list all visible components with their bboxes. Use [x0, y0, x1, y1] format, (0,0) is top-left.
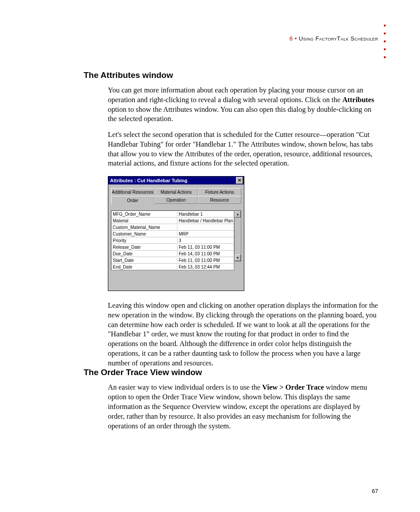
grid-label: Material — [111, 218, 177, 223]
tab-row-front: Order Operation Resource — [111, 196, 241, 205]
tab-row-back: Additional Resources Material Actions Fi… — [111, 188, 241, 195]
tab-fixture-actions[interactable]: Fixture Actions — [198, 188, 241, 195]
dot-icon — [384, 33, 386, 34]
dot-icon — [384, 56, 386, 58]
grid-row[interactable]: Priority3 — [111, 237, 234, 244]
header-separator: • — [293, 35, 298, 42]
grid-label: Customer_Name — [111, 232, 177, 236]
dot-icon — [384, 41, 386, 42]
scroll-up-button[interactable]: ▴ — [235, 211, 241, 217]
grid-value[interactable]: Feb 11, 03 11:00 PM — [177, 258, 234, 263]
content-area: The Attributes window You can get more i… — [84, 70, 379, 431]
grid-label: Release_Date — [111, 245, 177, 250]
grid-label: Due_Date — [111, 251, 177, 256]
grid-value[interactable]: Handlebar 1 — [177, 212, 234, 217]
paragraph: Let's select the second operation that i… — [108, 130, 379, 168]
grid-row[interactable]: Due_DateFeb 14, 03 11:00 PM — [111, 250, 234, 257]
tab-resource[interactable]: Resource — [198, 196, 241, 204]
grid-row[interactable]: Start_DateFeb 11, 03 11:00 PM — [111, 257, 234, 264]
grid-row[interactable]: MaterialHandlebar / Handlebar Plan — [111, 217, 234, 224]
dialog-title: Attributes : Cut Handlebar Tubing — [110, 178, 188, 183]
tab-order[interactable]: Order — [111, 196, 155, 205]
tab-material-actions[interactable]: Material Actions — [155, 188, 198, 195]
dialog-titlebar[interactable]: Attributes : Cut Handlebar Tubing ✕ — [108, 177, 244, 184]
grid-label: End_Date — [111, 265, 177, 269]
grid-value[interactable]: 3 — [177, 238, 234, 243]
grid-row[interactable]: Custom_Material_Name — [111, 224, 234, 231]
grid-label: Start_Date — [111, 258, 177, 263]
scroll-down-button[interactable]: ▾ — [235, 254, 241, 261]
tab-strip: Additional Resources Material Actions Fi… — [111, 188, 241, 204]
tab-additional-resources[interactable]: Additional Resources — [111, 188, 155, 195]
grid-value[interactable]: Feb 14, 03 11:00 PM — [177, 251, 234, 256]
grid-label: MFG_Order_Name — [111, 212, 177, 217]
paragraph: Leaving this window open and clicking on… — [108, 301, 379, 368]
chapter-title: Using FactoryTalk Scheduler — [299, 35, 378, 42]
body-text: An easier way to view individual orders … — [108, 383, 379, 431]
dialog-body: Additional Resources Material Actions Fi… — [108, 184, 244, 291]
dot-icon — [384, 48, 386, 50]
dialog-padding — [111, 270, 241, 288]
paragraph: You can get more information about each … — [108, 85, 379, 124]
running-header: 6 • Using FactoryTalk Scheduler — [290, 35, 378, 42]
grid-row[interactable]: Release_DateFeb 11, 03 11:00 PM — [111, 244, 234, 250]
tab-operation[interactable]: Operation — [155, 196, 198, 204]
property-grid[interactable]: MFG_Order_NameHandlebar 1 MaterialHandle… — [111, 210, 234, 270]
section-heading-order-trace: The Order Trace View window — [84, 368, 379, 377]
attributes-dialog-figure: Attributes : Cut Handlebar Tubing ✕ Addi… — [108, 176, 244, 291]
page-number: 67 — [372, 488, 378, 494]
decorative-dots — [384, 25, 386, 58]
grid-label: Priority — [111, 238, 177, 243]
section-heading-attributes: The Attributes window — [84, 70, 379, 80]
body-text: You can get more information about each … — [108, 85, 379, 168]
close-button[interactable]: ✕ — [236, 177, 243, 184]
grid-row[interactable]: End_DateFeb 13, 03 12:44 PM — [111, 264, 234, 270]
grid-value[interactable]: Handlebar / Handlebar Plan — [177, 218, 234, 223]
page: 6 • Using FactoryTalk Scheduler The Attr… — [0, 0, 420, 512]
grid-label: Custom_Material_Name — [111, 225, 177, 230]
grid-value[interactable]: Feb 13, 03 12:44 PM — [177, 265, 234, 269]
grid-row[interactable]: Customer_NameMRP — [111, 231, 234, 237]
vertical-scrollbar[interactable]: ▴ ▾ — [234, 210, 241, 262]
dot-icon — [384, 25, 386, 26]
property-grid-wrap: MFG_Order_NameHandlebar 1 MaterialHandle… — [111, 210, 241, 270]
grid-value[interactable]: Feb 11, 03 11:00 PM — [177, 245, 234, 250]
paragraph: An easier way to view individual orders … — [108, 383, 379, 431]
body-text: Leaving this window open and clicking on… — [108, 301, 379, 368]
grid-row[interactable]: MFG_Order_NameHandlebar 1 — [111, 211, 234, 217]
grid-value[interactable]: MRP — [177, 232, 234, 236]
